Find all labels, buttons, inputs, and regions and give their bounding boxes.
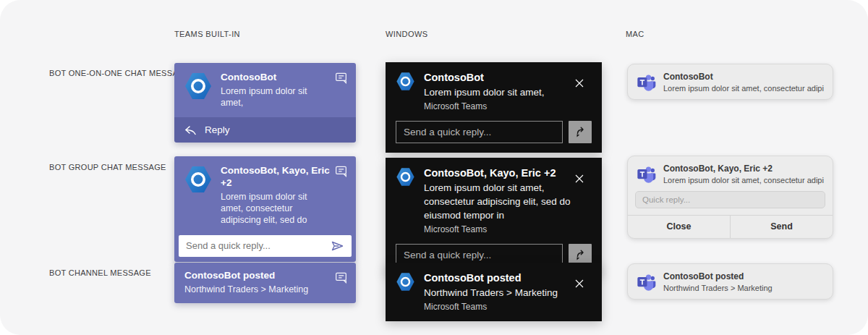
quick-reply-input[interactable]: Quick reply... [635, 191, 825, 208]
notification-title: ContosoBot [663, 72, 824, 82]
teams-logo-icon [637, 272, 656, 292]
teams-notification-body: ContosoBot posted Northwind Traders > Ma… [174, 263, 356, 303]
notification-message: Lorem ipsum dolor sit amet, [221, 85, 331, 109]
teams-group-notification[interactable]: ContosoBot, Kayo, Eric +2 Lorem ipsum do… [174, 156, 356, 262]
notification-message: Lorem ipsum dolor sit amet, consectetur … [663, 176, 824, 185]
contosobot-avatar-icon [396, 167, 415, 234]
teams-logo-icon [637, 72, 656, 92]
reply-button[interactable]: Reply [174, 117, 356, 143]
app-name: Microsoft Teams [424, 101, 545, 111]
contosobot-avatar-icon [396, 272, 415, 312]
column-header-windows: WINDOWS [386, 30, 427, 38]
notification-message: Northwind Traders > Marketing [424, 287, 558, 300]
mac-one-on-one-banner[interactable]: ContosoBot Lorem ipsum dolor sit amet, c… [627, 64, 833, 100]
contosobot-avatar-icon [184, 72, 213, 109]
notification-message: Lorem ipsum dolor sit amet, [424, 86, 545, 100]
reply-label: Reply [205, 124, 230, 135]
quick-reply-placeholder: Send a quick reply... [186, 240, 271, 251]
notification-title: ContosoBot, Kayo, Eric +2 [424, 166, 579, 179]
contosobot-avatar-icon [184, 165, 213, 226]
quick-reply-input[interactable]: Send a quick reply... [396, 121, 563, 143]
close-icon[interactable] [575, 278, 584, 287]
mac-channel-banner[interactable]: ContosoBot posted Northwind Traders > Ma… [627, 263, 833, 300]
row-label-channel: BOT CHANNEL MESSAGE [49, 268, 151, 277]
send-button[interactable]: Send [730, 216, 833, 238]
app-name: Microsoft Teams [424, 224, 579, 234]
close-button[interactable]: Close [628, 216, 730, 238]
notification-title: ContosoBot posted [424, 271, 558, 284]
column-header-teams: TEAMS BUILT-IN [174, 30, 240, 38]
notification-message: Lorem ipsum dolor sit amet, consectetur … [221, 191, 331, 226]
close-icon[interactable] [575, 173, 584, 182]
windows-one-on-one-toast[interactable]: ContosoBot Lorem ipsum dolor sit amet, M… [386, 62, 602, 153]
close-icon[interactable] [575, 77, 584, 86]
mac-group-banner[interactable]: ContosoBot, Kayo, Eric +2 Lorem ipsum do… [627, 156, 833, 239]
teams-notification-body: ContosoBot Lorem ipsum dolor sit amet, [174, 63, 356, 117]
windows-group-toast[interactable]: ContosoBot, Kayo, Eric +2 Lorem ipsum do… [386, 158, 602, 276]
column-header-mac: MAC [626, 30, 644, 38]
reply-arrow-icon [184, 125, 197, 135]
notification-message: Northwind Traders > Marketing [663, 284, 773, 292]
notification-message: Lorem ipsum dolor sit amet, consectetur … [424, 182, 579, 223]
app-name: Microsoft Teams [424, 302, 558, 312]
teams-one-on-one-notification[interactable]: ContosoBot Lorem ipsum dolor sit amet, R… [174, 63, 356, 143]
chat-icon [334, 164, 348, 178]
row-label-group: BOT GROUP CHAT MESSAGE [49, 163, 166, 171]
notification-title: ContosoBot [424, 71, 545, 84]
send-icon[interactable] [331, 240, 344, 252]
windows-channel-toast[interactable]: ContosoBot posted Northwind Traders > Ma… [386, 263, 602, 321]
notification-title: ContosoBot [221, 72, 331, 84]
send-reply-button[interactable] [569, 121, 592, 143]
notification-design-gallery: TEAMS BUILT-IN WINDOWS MAC BOT ONE-ON-ON… [0, 0, 868, 335]
chat-icon [334, 271, 348, 284]
quick-reply-input[interactable]: Send a quick reply... [179, 235, 352, 257]
row-label-one-on-one: BOT ONE-ON-ONE CHAT MESSAGE [49, 69, 190, 77]
notification-title: ContosoBot, Kayo, Eric +2 [221, 165, 331, 190]
chat-icon [334, 71, 348, 85]
teams-channel-notification[interactable]: ContosoBot posted Northwind Traders > Ma… [174, 263, 356, 303]
notification-title: ContosoBot posted [184, 270, 308, 282]
notification-message: Northwind Traders > Marketing [184, 284, 308, 295]
notification-title: ContosoBot posted [663, 271, 773, 281]
teams-notification-body: ContosoBot, Kayo, Eric +2 Lorem ipsum do… [174, 156, 356, 235]
notification-message: Lorem ipsum dolor sit amet, consectetur … [663, 84, 824, 93]
contosobot-avatar-icon [396, 72, 415, 111]
teams-logo-icon [637, 164, 656, 184]
notification-title: ContosoBot, Kayo, Eric +2 [663, 164, 824, 174]
